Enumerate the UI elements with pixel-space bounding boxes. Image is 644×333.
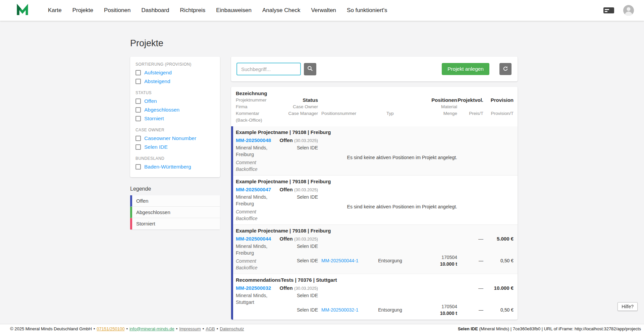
checkbox-icon[interactable] xyxy=(136,116,141,121)
page-content: Projekte SORTIERUNG (PROVISION) Aufsteig… xyxy=(130,21,518,320)
footer-separator: • xyxy=(203,326,204,331)
position-case-manager: Selen IDE xyxy=(279,258,318,263)
nav-item-projekte[interactable]: Projekte xyxy=(67,0,99,21)
filter-option-absteigend[interactable]: Absteigend xyxy=(136,77,215,86)
filter-option-label: Offen xyxy=(144,98,157,104)
header-col-positionen: Positionen Material Menge xyxy=(414,90,457,124)
session-details: (Mineral Minds) | 7ce360e83fb0 | URL of … xyxy=(478,326,641,331)
checkbox-icon[interactable] xyxy=(136,144,141,150)
nav-item-karte[interactable]: Karte xyxy=(43,0,67,21)
project-row: Example Projectname | 79108 | Freiburg M… xyxy=(233,224,518,274)
main-navigation: Karte Projekte Positionen Dashboard Rich… xyxy=(43,0,393,21)
project-comment: Comment xyxy=(236,208,279,215)
session-user: Selen IDE xyxy=(458,326,478,331)
nav-item-verwalten[interactable]: Verwalten xyxy=(306,0,341,21)
filter-card: SORTIERUNG (PROVISION) Aufsteigend Abste… xyxy=(130,57,220,177)
checkbox-icon[interactable] xyxy=(136,79,141,84)
position-provision: 0,50 € xyxy=(483,307,514,313)
legend-item-abgeschlossen: Abgeschlossen xyxy=(130,207,220,218)
filter-option-offen[interactable]: Offen xyxy=(136,97,215,106)
footer-agb-link[interactable]: AGB xyxy=(206,326,215,331)
mineral-minds-logo-icon[interactable] xyxy=(16,4,29,17)
filter-option-label: Storniert xyxy=(144,116,164,122)
header-col-typ: Typ xyxy=(367,90,414,124)
filter-sidebar: SORTIERUNG (PROVISION) Aufsteigend Abste… xyxy=(130,57,220,229)
nav-item-einbauweisen[interactable]: Einbauweisen xyxy=(211,0,257,21)
project-number-link[interactable]: MM-202500044 xyxy=(236,236,279,242)
filter-section-title: SORTIERUNG (PROVISION) xyxy=(136,62,215,67)
project-company: Mineral Minds, xyxy=(236,144,279,151)
project-row-title: RecommendationsTests | 70376 | Stuttgart xyxy=(236,277,514,283)
footer-separator: • xyxy=(176,326,178,331)
filter-option-caseowner-nonumber[interactable]: Caseowner Nonumber xyxy=(136,134,215,143)
position-preis: — xyxy=(457,258,483,263)
position-number-link[interactable]: MM-202500044-1 xyxy=(321,258,359,263)
refresh-button[interactable] xyxy=(499,63,512,75)
filter-option-selen-ide[interactable]: Selen IDE xyxy=(136,143,215,151)
nav-item-dashboard[interactable]: Dashboard xyxy=(136,0,174,21)
filter-option-storniert[interactable]: Storniert xyxy=(136,114,215,123)
filter-section-title: STATUS xyxy=(136,90,215,95)
checkbox-icon[interactable] xyxy=(136,164,141,170)
footer-impressum-link[interactable]: Impressum xyxy=(179,326,201,331)
filter-option-aufsteigend[interactable]: Aufsteigend xyxy=(136,68,215,77)
project-row-title: Example Projectname | 79108 | Freiburg xyxy=(236,129,514,136)
help-button[interactable]: Hilfe? xyxy=(618,302,638,311)
status-date: (30.03.2025) xyxy=(294,286,318,291)
project-city: Freiburg xyxy=(236,250,279,256)
position-menge: 10.000 t xyxy=(414,310,457,317)
create-project-button[interactable]: Projekt anlegen xyxy=(442,63,489,75)
footer-datenschutz-link[interactable]: Datenschutz xyxy=(220,326,244,331)
filter-option-label: Abgeschlossen xyxy=(144,107,179,113)
project-number-link[interactable]: MM-202500047 xyxy=(236,186,279,193)
checkbox-icon[interactable] xyxy=(136,70,141,75)
search-button[interactable] xyxy=(304,63,316,75)
card-reader-icon[interactable] xyxy=(603,7,614,14)
position-menge: 10.000 t xyxy=(414,261,457,267)
filter-section-status: STATUS Offen Abgeschlossen Storniert xyxy=(136,90,215,123)
user-avatar-icon[interactable] xyxy=(623,5,634,16)
project-comment: Comment xyxy=(236,159,279,166)
nav-item-so-funktionierts[interactable]: So funktioniert's xyxy=(341,0,392,21)
header-col-provision: Provision Provision/T xyxy=(483,90,514,124)
case-owner: Selen IDE xyxy=(279,292,318,298)
checkbox-icon[interactable] xyxy=(136,98,141,104)
position-material: 170504 xyxy=(414,303,457,310)
table-header: Bezeichnung Projektnummer Firma Kommenta… xyxy=(231,87,518,126)
footer-separator: • xyxy=(126,326,128,331)
position-material: 170504 xyxy=(414,254,457,261)
table-body: Example Projectname | 79108 | Freiburg M… xyxy=(231,126,518,320)
session-info: Selen IDE (Mineral Minds) | 7ce360e83fb0… xyxy=(458,326,641,331)
project-comment: Backoffice xyxy=(236,215,279,222)
checkbox-icon[interactable] xyxy=(136,136,141,141)
filter-option-abgeschlossen[interactable]: Abgeschlossen xyxy=(136,106,215,114)
preis-value: — xyxy=(457,285,483,298)
nav-item-analyse-check[interactable]: Analyse Check xyxy=(257,0,306,21)
filter-section-sortierung: SORTIERUNG (PROVISION) Aufsteigend Abste… xyxy=(136,62,215,86)
project-comment: Backoffice xyxy=(236,264,279,271)
position-typ: Entsorgung xyxy=(367,307,414,313)
status-badge: Offen xyxy=(279,285,292,291)
filter-section-title: BUNDESLAND xyxy=(136,156,215,161)
project-number-link[interactable]: MM-202500048 xyxy=(236,137,279,144)
projects-table: Bezeichnung Projektnummer Firma Kommenta… xyxy=(231,87,518,320)
footer-email-link[interactable]: info@mineral-minds.de xyxy=(129,326,174,331)
search-input[interactable] xyxy=(236,63,301,75)
nav-item-positionen[interactable]: Positionen xyxy=(99,0,136,21)
main-panel: Projekt anlegen Bezeichnung Projekt xyxy=(231,57,518,320)
position-row: Selen IDE MM-202500044-1 Entsorgung 1705… xyxy=(279,254,514,267)
provision-total: 10.000 € xyxy=(483,285,514,298)
legend-item-offen: Offen xyxy=(130,195,220,207)
filter-section-case-owner: CASE OWNER Caseowner Nonumber Selen IDE xyxy=(136,128,215,151)
project-company: Mineral Minds, xyxy=(236,243,279,250)
nav-item-richtpreis[interactable]: Richtpreis xyxy=(175,0,211,21)
filter-option-baden-wuerttemberg[interactable]: Baden-Württemberg xyxy=(136,162,215,171)
case-owner: Selen IDE xyxy=(279,145,318,151)
position-number-link[interactable]: MM-202500032-1 xyxy=(321,307,359,313)
status-date: (30.03.2025) xyxy=(294,138,318,143)
footer-phone-link[interactable]: 07151/250100 xyxy=(97,326,124,331)
checkbox-icon[interactable] xyxy=(136,107,141,113)
project-number-link[interactable]: MM-202500032 xyxy=(236,285,279,291)
filter-section-bundesland: BUNDESLAND Baden-Württemberg xyxy=(136,156,215,171)
position-case-manager: Selen IDE xyxy=(279,307,318,313)
